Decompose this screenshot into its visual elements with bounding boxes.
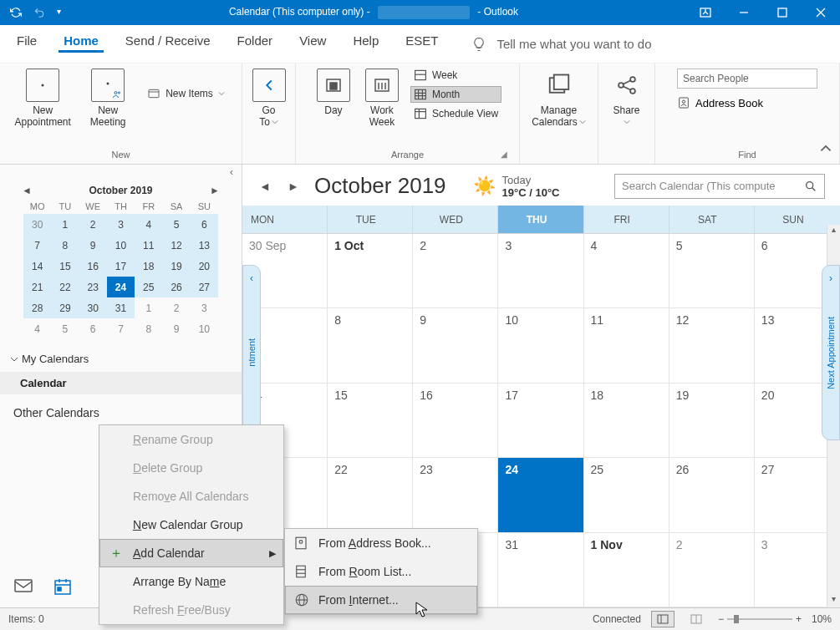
view-normal-button[interactable] <box>651 611 675 627</box>
maximize-button[interactable] <box>763 0 802 25</box>
calendar-day-cell[interactable]: 15 <box>328 384 413 458</box>
view-reading-button[interactable] <box>685 611 708 627</box>
minical-day[interactable]: 29 <box>51 297 79 318</box>
minimize-button[interactable] <box>725 0 763 25</box>
minical-day[interactable]: 4 <box>23 318 51 339</box>
minical-day[interactable]: 14 <box>23 256 51 277</box>
minical-day[interactable]: 22 <box>51 277 79 297</box>
minical-next[interactable]: ► <box>208 185 221 196</box>
minical-day[interactable]: 30 <box>23 214 51 235</box>
calendar-day-cell[interactable]: 16 <box>413 384 498 458</box>
minical-day[interactable]: 1 <box>51 214 79 235</box>
calendar-day-cell[interactable]: 11 <box>584 308 669 383</box>
mail-switcher-icon[interactable] <box>13 577 33 599</box>
calendar-day-cell[interactable]: 26 <box>669 458 755 532</box>
tab-home[interactable]: Home <box>62 33 100 54</box>
minical-day[interactable]: 3 <box>107 214 135 235</box>
minical-day[interactable]: 9 <box>79 235 107 256</box>
calendar-day-cell[interactable]: 17 <box>498 384 583 458</box>
minical-day[interactable]: 28 <box>23 297 51 318</box>
prev-appointment-tab[interactable]: ntment‹ <box>242 265 261 440</box>
minical-day[interactable]: 9 <box>162 318 190 339</box>
calendar-day-cell[interactable]: 3 <box>498 234 583 308</box>
minical-day[interactable]: 10 <box>191 318 218 339</box>
minical-day[interactable]: 27 <box>191 277 218 297</box>
my-calendars-header[interactable]: My Calendars <box>0 346 242 372</box>
menu-remove-all-calendars[interactable]: Remove All Calendars <box>99 482 283 511</box>
minical-day[interactable]: 3 <box>191 297 218 318</box>
tab-folder[interactable]: Folder <box>236 33 275 54</box>
arrange-dialog-launcher[interactable]: ◢ <box>501 150 507 159</box>
minical-day[interactable]: 12 <box>162 235 190 256</box>
minical-day[interactable]: 10 <box>107 235 135 256</box>
close-button[interactable] <box>802 0 840 25</box>
tab-view[interactable]: View <box>298 33 328 54</box>
menu-new-calendar-group[interactable]: New Calendar Group <box>99 511 283 539</box>
calendar-day-cell[interactable]: 1 Nov <box>584 533 669 607</box>
calendar-day-cell[interactable]: 12 <box>669 308 755 383</box>
minical-day[interactable]: 20 <box>191 256 218 277</box>
calendar-day-cell[interactable]: 22 <box>328 458 413 532</box>
schedule-view-button[interactable]: Schedule View <box>410 105 501 122</box>
tab-file[interactable]: File <box>15 33 38 54</box>
menu-add-calendar[interactable]: ＋ Add Calendar ▶ <box>99 539 283 567</box>
minical-day[interactable]: 6 <box>191 214 218 235</box>
minical-day[interactable]: 1 <box>135 297 162 318</box>
ribbon-display-icon[interactable] <box>686 0 725 25</box>
calendar-day-cell[interactable]: 2 <box>669 533 755 607</box>
tab-eset[interactable]: ESET <box>404 33 440 54</box>
menu-delete-group[interactable]: Delete Group <box>99 454 283 482</box>
minical-day[interactable]: 2 <box>79 214 107 235</box>
new-appointment-button[interactable]: New Appointment <box>13 67 72 130</box>
minical-day[interactable]: 7 <box>107 318 135 339</box>
minical-day[interactable]: 25 <box>135 277 162 297</box>
calendar-day-cell[interactable]: 23 <box>413 458 498 532</box>
minical-day[interactable]: 26 <box>162 277 190 297</box>
collapse-nav-icon[interactable]: ‹ <box>0 165 242 178</box>
calendar-day-cell[interactable]: 19 <box>669 384 755 458</box>
manage-calendars-button[interactable]: Manage Calendars <box>527 67 591 130</box>
minical-day[interactable]: 7 <box>23 235 51 256</box>
minical-day[interactable]: 30 <box>79 297 107 318</box>
day-view-button[interactable]: Day <box>313 67 354 118</box>
next-appointment-tab[interactable]: Next Appointment› <box>822 265 840 440</box>
menu-from-address-book[interactable]: From Address Book... <box>285 529 477 557</box>
go-to-button[interactable]: Go To <box>249 67 289 130</box>
quickaccess-undo-icon[interactable] <box>33 7 45 18</box>
calendar-day-cell[interactable]: 9 <box>413 308 498 383</box>
calendar-day-cell[interactable]: 24 <box>498 458 583 532</box>
minical-day[interactable]: 4 <box>135 214 162 235</box>
work-week-view-button[interactable]: Work Week <box>360 67 404 130</box>
calendar-day-cell[interactable]: 31 <box>498 533 583 607</box>
address-book-button[interactable]: Address Book <box>677 94 763 112</box>
tab-send-receive[interactable]: Send / Receive <box>124 33 212 54</box>
menu-from-internet[interactable]: From Internet... <box>285 586 477 614</box>
menu-refresh-free-busy[interactable]: Refresh Free/Busy <box>99 596 283 624</box>
minical-day[interactable]: 5 <box>162 214 190 235</box>
search-people-input[interactable]: Search People <box>677 69 817 89</box>
minical-day[interactable]: 23 <box>79 277 107 297</box>
menu-arrange-by-name[interactable]: Arrange By Name <box>99 567 283 596</box>
calendar-day-cell[interactable]: 5 <box>669 234 755 308</box>
calendar-day-cell[interactable]: 8 <box>328 308 413 383</box>
minical-prev[interactable]: ◄ <box>20 185 33 196</box>
minical-day[interactable]: 31 <box>107 297 135 318</box>
menu-rename-group[interactable]: Rename Group <box>99 425 283 454</box>
collapse-ribbon-icon[interactable] <box>820 144 832 159</box>
week-view-button[interactable]: Week <box>410 67 501 84</box>
new-items-dropdown[interactable]: New Items <box>144 85 228 102</box>
calendar-day-cell[interactable]: 4 <box>584 234 669 308</box>
minical-day[interactable]: 6 <box>79 318 107 339</box>
calendar-next[interactable]: ► <box>286 180 301 193</box>
quickaccess-refresh-icon[interactable] <box>10 7 22 18</box>
minical-day[interactable]: 16 <box>79 256 107 277</box>
tell-me-search[interactable]: Tell me what you want to do <box>471 37 651 52</box>
minical-day[interactable]: 24 <box>107 277 135 297</box>
minical-day[interactable]: 13 <box>191 235 218 256</box>
minical-day[interactable]: 18 <box>135 256 162 277</box>
calendar-day-cell[interactable]: 18 <box>584 384 669 458</box>
calendar-day-cell[interactable]: 10 <box>498 308 583 383</box>
menu-from-room-list[interactable]: From Room List... <box>285 557 477 586</box>
calendar-prev[interactable]: ◄ <box>257 180 272 193</box>
minical-day[interactable]: 21 <box>23 277 51 297</box>
